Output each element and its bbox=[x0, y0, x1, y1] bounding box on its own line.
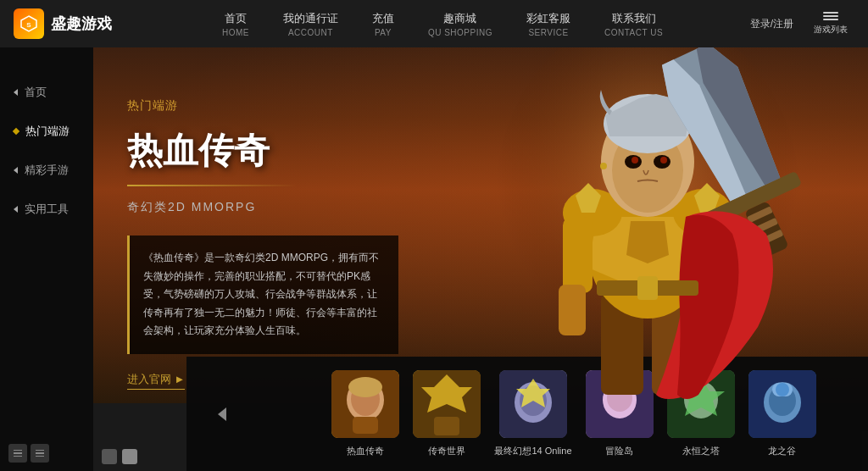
svg-point-24 bbox=[660, 157, 667, 163]
svg-text:S: S bbox=[26, 21, 31, 29]
thumb-label-1: 热血传奇 bbox=[347, 445, 384, 457]
game-list-button[interactable]: 游戏列表 bbox=[807, 8, 854, 39]
svg-rect-40 bbox=[353, 417, 378, 434]
logo-icon: S bbox=[14, 8, 44, 39]
nav-home[interactable]: 首页 HOME bbox=[205, 11, 266, 37]
thumb-label-2: 传奇世界 bbox=[428, 445, 465, 457]
enter-website-button[interactable]: 进入官网 ► bbox=[127, 372, 185, 390]
indicator-dot-2[interactable] bbox=[122, 449, 137, 464]
game-description-box: 《热血传奇》是一款奇幻类2D MMORPG，拥有而不失微妙的操作，完善的职业搭配… bbox=[127, 236, 398, 354]
menu-bar-3 bbox=[823, 19, 838, 20]
svg-marker-7 bbox=[626, 221, 669, 263]
nav-service[interactable]: 彩虹客服 SERVICE bbox=[509, 11, 587, 37]
svg-point-39 bbox=[348, 377, 382, 397]
game-description: 《热血传奇》是一款奇幻类2D MMORPG，拥有而不失微妙的操作，完善的职业搭配… bbox=[143, 249, 385, 341]
menu-bar-1 bbox=[823, 12, 838, 14]
arrow-icon-3 bbox=[14, 206, 18, 213]
thumb-img-1 bbox=[331, 370, 399, 438]
nav-pay[interactable]: 充值 PAY bbox=[355, 11, 411, 37]
arrow-icon-2 bbox=[14, 167, 18, 174]
category-label: 热门端游 bbox=[127, 98, 398, 114]
sidebar: 首页 热门端游 精彩手游 实用工具 bbox=[0, 47, 93, 471]
sidebar-label-home: 首页 bbox=[25, 85, 47, 100]
prev-arrow-button[interactable] bbox=[212, 404, 232, 424]
sidebar-btn-1[interactable] bbox=[8, 444, 27, 463]
main-nav: 首页 HOME 我的通行证 ACCOUNT 充值 PAY 趣商城 QU SHOP… bbox=[149, 11, 736, 37]
login-register-link[interactable]: 登录/注册 bbox=[750, 17, 793, 31]
nav-contact[interactable]: 联系我们 CONTACT US bbox=[587, 11, 680, 37]
header: S 盛趣游戏 首页 HOME 我的通行证 ACCOUNT 充值 PAY 趣商城 … bbox=[0, 0, 868, 47]
hero-content: 热门端游 热血传奇 奇幻类2D MMORPG 《热血传奇》是一款奇幻类2D MM… bbox=[127, 98, 398, 390]
thumb-label-5: 永恒之塔 bbox=[682, 445, 720, 457]
game-genre: 奇幻类2D MMORPG bbox=[127, 200, 398, 215]
sidebar-item-hot-games[interactable]: 热门端游 bbox=[0, 112, 93, 151]
sidebar-item-home[interactable]: 首页 bbox=[0, 73, 93, 112]
thumb-label-3: 最终幻想14 Online bbox=[494, 445, 571, 457]
svg-rect-14 bbox=[559, 285, 586, 335]
title-underline bbox=[127, 185, 297, 186]
main-content: 热门端游 热血传奇 奇幻类2D MMORPG 《热血传奇》是一款奇幻类2D MM… bbox=[93, 47, 868, 471]
page-indicator bbox=[102, 449, 137, 464]
sidebar-bottom-controls bbox=[8, 444, 49, 463]
svg-point-25 bbox=[600, 163, 607, 169]
game-title: 热血传奇 bbox=[127, 127, 398, 175]
game-thumb-1[interactable]: 热血传奇 bbox=[331, 370, 399, 457]
arrow-icon bbox=[14, 89, 18, 96]
sidebar-label-hot-games: 热门端游 bbox=[25, 124, 70, 139]
nav-account[interactable]: 我的通行证 ACCOUNT bbox=[266, 11, 355, 37]
prev-arrow-icon bbox=[218, 407, 226, 421]
sidebar-label-mobile-games: 精彩手游 bbox=[25, 163, 69, 178]
svg-point-23 bbox=[632, 157, 638, 163]
hero-character bbox=[470, 47, 826, 403]
header-right: 登录/注册 游戏列表 bbox=[736, 8, 854, 39]
sidebar-label-tools: 实用工具 bbox=[25, 202, 69, 217]
logo-area: S 盛趣游戏 bbox=[14, 8, 149, 39]
logo-text: 盛趣游戏 bbox=[51, 14, 112, 34]
svg-rect-12 bbox=[563, 217, 593, 293]
thumb-label-4: 冒险岛 bbox=[605, 445, 633, 457]
menu-bar-2 bbox=[823, 15, 838, 17]
svg-rect-35 bbox=[637, 276, 658, 300]
active-diamond-icon bbox=[13, 128, 19, 135]
svg-rect-43 bbox=[434, 417, 459, 435]
sidebar-item-mobile-games[interactable]: 精彩手游 bbox=[0, 151, 93, 190]
thumb-label-6: 龙之谷 bbox=[768, 445, 796, 457]
sidebar-item-tools[interactable]: 实用工具 bbox=[0, 190, 93, 229]
game-list-label: 游戏列表 bbox=[814, 24, 848, 36]
nav-shopping[interactable]: 趣商城 QU SHOPPING bbox=[411, 11, 509, 37]
sidebar-btn-2[interactable] bbox=[31, 444, 49, 463]
indicator-dot-1[interactable] bbox=[102, 449, 117, 464]
